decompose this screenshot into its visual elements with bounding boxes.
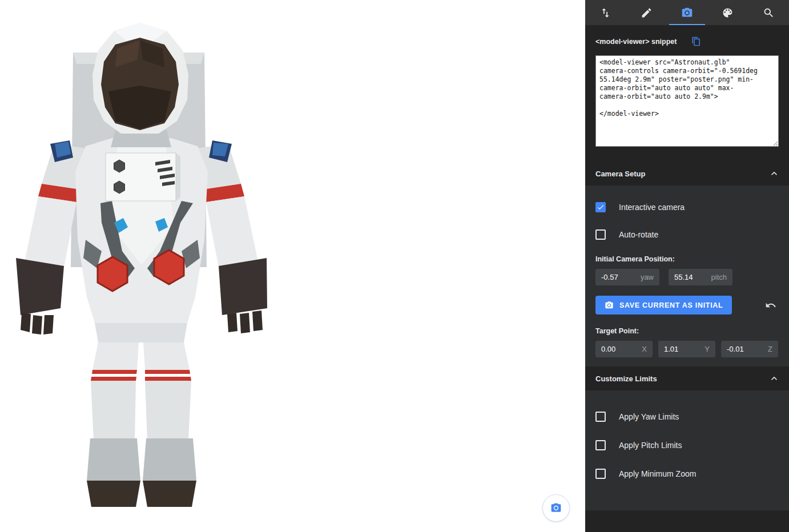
- apply-pitch-limits-checkbox[interactable]: Apply Pitch Limits: [595, 438, 779, 452]
- section-title: Camera Setup: [595, 170, 645, 178]
- snippet-code-textarea[interactable]: <model-viewer src="Astronaut.glb" camera…: [595, 55, 779, 147]
- pitch-suffix: pitch: [711, 273, 727, 281]
- snippet-title: <model-viewer> snippet: [595, 38, 677, 46]
- undo-icon[interactable]: [765, 300, 776, 311]
- search-icon: [763, 7, 775, 19]
- checkbox-label: Apply Yaw Limits: [619, 412, 679, 421]
- section-title: Customize Limits: [595, 374, 657, 383]
- swap-vertical-icon: [599, 7, 611, 19]
- model-viewport[interactable]: [0, 0, 585, 532]
- checkbox-unchecked-icon: [595, 229, 606, 240]
- save-current-as-initial-button[interactable]: SAVE CURRENT AS INITIAL: [595, 296, 732, 315]
- pitch-input[interactable]: [674, 273, 708, 281]
- target-y-input[interactable]: [664, 345, 701, 353]
- tab-materials[interactable]: [707, 0, 748, 25]
- target-y-suffix: Y: [705, 345, 710, 353]
- checkbox-label: Interactive camera: [619, 203, 685, 212]
- camera-setup-body: Interactive camera Auto-rotate Initial C…: [585, 186, 789, 366]
- check-icon: [597, 203, 605, 211]
- yaw-input[interactable]: [601, 273, 637, 281]
- auto-rotate-checkbox[interactable]: Auto-rotate: [595, 228, 779, 241]
- camera-icon: [681, 7, 693, 19]
- editor-toolbar: [585, 0, 789, 25]
- astronaut-model: [0, 0, 285, 514]
- apply-yaw-limits-checkbox[interactable]: Apply Yaw Limits: [595, 410, 779, 424]
- camera-icon: [605, 301, 614, 310]
- checkbox-unchecked-icon: [595, 469, 606, 479]
- tab-edit[interactable]: [626, 0, 666, 25]
- chevron-up-icon: [768, 168, 780, 179]
- apply-minimum-zoom-checkbox[interactable]: Apply Minimum Zoom: [595, 467, 779, 481]
- screenshot-fab-button[interactable]: [542, 494, 570, 522]
- target-y-field[interactable]: Y: [658, 341, 715, 357]
- checkbox-unchecked-icon: [595, 412, 606, 422]
- checkbox-label: Apply Minimum Zoom: [619, 469, 696, 478]
- chevron-up-icon: [768, 373, 780, 384]
- target-point-label: Target Point:: [595, 327, 779, 335]
- target-z-suffix: Z: [768, 345, 772, 353]
- checkbox-unchecked-icon: [595, 440, 606, 450]
- palette-icon: [722, 7, 734, 19]
- checkbox-label: Apply Pitch Limits: [619, 441, 682, 450]
- copy-icon[interactable]: [691, 37, 701, 46]
- checkbox-checked-icon: [595, 202, 606, 212]
- camera-icon: [550, 502, 562, 514]
- yaw-field[interactable]: yaw: [595, 269, 659, 285]
- initial-camera-position-label: Initial Camera Position:: [595, 255, 779, 263]
- checkbox-label: Auto-rotate: [619, 230, 658, 239]
- target-z-input[interactable]: [727, 345, 764, 353]
- tab-camera[interactable]: [667, 0, 707, 25]
- customize-limits-header[interactable]: Customize Limits: [585, 366, 789, 390]
- customize-limits-body: Apply Yaw Limits Apply Pitch Limits Appl…: [585, 390, 789, 510]
- yaw-suffix: yaw: [641, 273, 654, 281]
- tab-import-export[interactable]: [585, 0, 626, 25]
- target-z-field[interactable]: Z: [721, 341, 778, 357]
- target-x-suffix: X: [642, 345, 647, 353]
- target-x-input[interactable]: [601, 345, 638, 353]
- pitch-field[interactable]: pitch: [669, 269, 732, 285]
- astronaut-boots: [87, 438, 196, 507]
- target-x-field[interactable]: X: [595, 341, 653, 357]
- camera-setup-header[interactable]: Camera Setup: [585, 162, 789, 186]
- tab-inspector[interactable]: [748, 0, 789, 25]
- editor-panel: <model-viewer> snippet <model-viewer src…: [585, 0, 789, 532]
- pencil-icon: [641, 7, 653, 19]
- astronaut-chest-panel: [106, 153, 180, 201]
- astronaut-legs: [91, 323, 191, 441]
- save-button-label: SAVE CURRENT AS INITIAL: [619, 301, 723, 309]
- interactive-camera-checkbox[interactable]: Interactive camera: [595, 200, 779, 214]
- snippet-section: <model-viewer> snippet <model-viewer src…: [585, 25, 789, 162]
